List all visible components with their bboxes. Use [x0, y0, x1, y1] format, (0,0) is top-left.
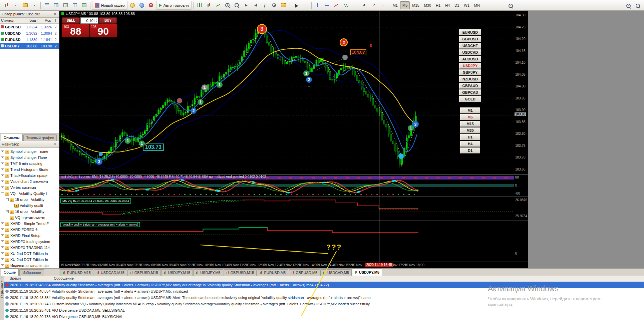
market-watch-column-header-0[interactable]: Символ	[0, 18, 22, 23]
strategy-tester-icon[interactable]	[80, 1, 88, 10]
terminal-row-0[interactable]: 2020.11.19 18:20:48.854Volatility qualit…	[4, 282, 644, 288]
expand-icon[interactable]: +	[1, 246, 4, 249]
vertical-line-icon[interactable]	[313, 1, 322, 10]
toolbar-zoom-icon[interactable]: +	[506, 1, 515, 10]
terminal-column-time[interactable]: Время	[10, 276, 21, 280]
navigator-item-10[interactable]: +ƒ16 стор - Volatility	[0, 209, 59, 215]
crosshair-icon[interactable]	[301, 1, 310, 10]
navigator-item-0[interactable]: +ƒSymbol changer - пане	[0, 148, 59, 154]
navigator-item-4[interactable]: +ƒTriad+Escalator-праци	[0, 173, 59, 179]
symbol-button-eurusd[interactable]: EURUSD	[459, 29, 481, 35]
price-scale[interactable]: 104.30104.25104.20104.15104.10104.05104.…	[514, 11, 528, 262]
chart-tab-1[interactable]: USDCAD,M15	[94, 269, 127, 276]
timeframe-button-h1[interactable]: H1	[433, 1, 443, 9]
expand-icon[interactable]: +	[1, 234, 4, 237]
bar-chart-icon[interactable]	[195, 1, 204, 10]
new-order-button[interactable]: Новый ордер	[92, 1, 127, 10]
community-icon[interactable]	[137, 1, 146, 10]
market-watch-row-usdjpy[interactable]: USDJPY103.88103.902	[0, 43, 59, 49]
chart-window-usdjpy-m5[interactable]: 104.30104.25104.20104.15104.10104.05104.…	[59, 11, 528, 268]
navigator-item-8[interactable]: -ƒ15 стор - Volatility	[0, 197, 59, 203]
market-watch-column-header-3[interactable]: !	[52, 18, 59, 23]
volume-stepper[interactable]: ▲▼	[94, 19, 98, 22]
timeframe-button-h4[interactable]: H4	[443, 1, 452, 9]
navigator-toggle-icon[interactable]	[61, 1, 70, 10]
buy-price-display[interactable]: 103 90	[90, 24, 117, 37]
expand-icon[interactable]: +	[1, 150, 4, 153]
mql5-icon[interactable]: m	[147, 1, 155, 10]
terminal-row-4[interactable]: 2020.11.19 18:20:25.481AIO Divergence US…	[4, 307, 644, 313]
market-watch-column-header-2[interactable]: Аск	[37, 18, 52, 23]
collapse-icon[interactable]: -	[6, 198, 9, 201]
period-button-h1[interactable]: H1	[460, 134, 480, 140]
time-axis[interactable]: 19 Nov 202019 Nov 05:2019 Nov 06:0019 No…	[59, 262, 528, 268]
symbol-button-gbpusd[interactable]: GBPUSD	[459, 36, 481, 42]
terminal-toggle-icon[interactable]	[70, 1, 79, 10]
expand-icon[interactable]: +	[1, 222, 4, 225]
navigator-item-11[interactable]: ƒVQ-nrp+arrows+m	[0, 215, 59, 221]
expand-icon[interactable]: +	[1, 186, 4, 189]
symbol-button-gbpaud[interactable]: GBPAUD	[459, 83, 481, 89]
navigator-item-3[interactable]: +ƒTrend Histogram Strate	[0, 167, 59, 173]
new-chart-caret-icon[interactable]: ▾	[11, 1, 20, 10]
period-button-m30[interactable]: M30	[460, 127, 480, 133]
expand-icon[interactable]: +	[1, 264, 4, 267]
market-watch-toggle-icon[interactable]	[42, 1, 51, 10]
chart-tab-8[interactable]: USDCAD,M5	[320, 269, 352, 276]
candlestick-chart-icon[interactable]	[205, 1, 213, 10]
chart-tab-9[interactable]: USDJPY,M5	[352, 269, 382, 276]
symbol-button-usdchf[interactable]: USDCHF	[459, 43, 481, 49]
timeframe-button-m1[interactable]: M1	[390, 1, 400, 9]
timeframe-button-d1[interactable]: D1	[452, 1, 461, 9]
terminal-column-message[interactable]: Сообщение	[54, 276, 74, 280]
timeframe-button-w1[interactable]: W1	[461, 1, 472, 9]
period-button-m1[interactable]: M1	[460, 107, 480, 113]
chart-tab-5[interactable]: GBPUSD,M15	[224, 269, 257, 276]
navigator-item-2[interactable]: +ƒTMT 5 min scalping	[0, 161, 59, 167]
period-button-m15[interactable]: M15	[460, 121, 480, 127]
chart-tab-3[interactable]: USDJPY,M15	[161, 269, 193, 276]
terminal-row-2[interactable]: 2020.11.19 18:20:48.854Volatility qualit…	[4, 294, 644, 301]
chart-tab-7[interactable]: GBPUSD,M5	[289, 269, 320, 276]
pane-separator[interactable]	[59, 197, 528, 197]
market-watch-row-gbpusd[interactable]: GBPUSD1.32241.32262	[0, 24, 59, 30]
close-icon[interactable]: ×	[1, 276, 3, 279]
expand-icon[interactable]: +	[1, 240, 4, 243]
auto-scroll-icon[interactable]	[242, 1, 251, 10]
templates-icon[interactable]	[279, 1, 288, 10]
metaeditor-icon[interactable]	[128, 1, 137, 10]
symbol-button-nzdusd[interactable]: NZDUSD	[459, 76, 481, 82]
chart-tab-6[interactable]: EURUSD,M5	[257, 269, 288, 276]
line-chart-icon[interactable]	[214, 1, 223, 10]
main-chart-canvas[interactable]	[59, 11, 514, 174]
navigator-tab-1[interactable]: Избранное	[19, 269, 44, 276]
cursor-icon[interactable]	[292, 1, 300, 10]
market-watch-row-eurusd[interactable]: EURUSD1.18391.18412	[0, 36, 59, 43]
profiles-caret-icon[interactable]: ▾	[30, 1, 39, 10]
symbol-button-usdjpy[interactable]: USDJPY	[459, 63, 481, 69]
fibonacci-icon[interactable]	[351, 1, 359, 10]
autotrading-button[interactable]: Авто-торговля	[156, 1, 192, 10]
period-button-m5[interactable]: M5	[460, 114, 480, 120]
navigator-item-12[interactable]: +ƒXARD - Simple Trend F	[0, 221, 59, 227]
sell-price-display[interactable]: 103 88	[62, 24, 89, 37]
chart-shift-icon[interactable]	[251, 1, 260, 10]
trendline-icon[interactable]	[332, 1, 341, 10]
timeframe-button-m5[interactable]: M5	[400, 1, 410, 9]
navigator-item-16[interactable]: +ƒXARDFX TRADING-114	[0, 245, 59, 251]
market-watch-tab-0[interactable]: Символы	[1, 134, 23, 141]
market-watch-column-header-1[interactable]: Бид	[22, 18, 37, 23]
volume-input[interactable]: 0.10 ▲▼	[80, 17, 98, 24]
terminal-row-1[interactable]: 2020.11.19 18:20:48.854Volatility qualit…	[4, 288, 644, 294]
channel-icon[interactable]	[341, 1, 350, 10]
navigator-item-1[interactable]: +ƒSymbol changer-Пане	[0, 154, 59, 161]
expand-icon[interactable]: +	[1, 156, 4, 159]
symbol-button-gold[interactable]: GOLD	[459, 96, 481, 102]
market-watch-tab-1[interactable]: Тиковый график	[23, 134, 57, 141]
buy-button[interactable]: BUY	[99, 17, 117, 24]
toolbar-collapse-icon[interactable]: −	[633, 1, 642, 10]
data-window-icon[interactable]	[52, 1, 60, 10]
chart-tab-0[interactable]: EURUSD,M15	[60, 269, 93, 276]
symbol-button-audusd[interactable]: AUDUSD	[459, 56, 481, 62]
chart-tab-4[interactable]: USDJPY,M5	[193, 269, 223, 276]
